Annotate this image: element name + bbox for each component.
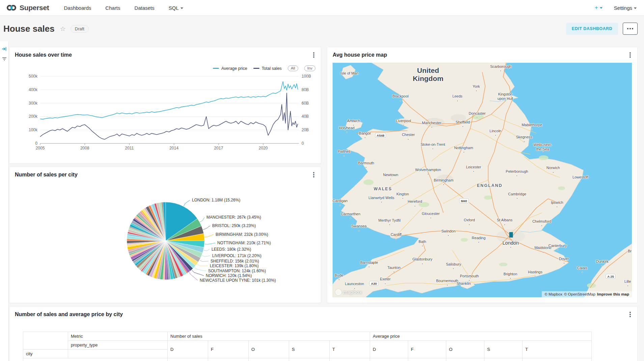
property-type-col-header: O	[446, 341, 484, 358]
map-city-dot	[422, 245, 423, 247]
nav-item-datasets[interactable]: Datasets	[135, 5, 155, 11]
pie-label-line	[192, 270, 204, 276]
value-cell: 202k	[408, 358, 446, 361]
y-axis-right-label: 20B	[302, 128, 309, 132]
y-axis-right-label: 80B	[302, 87, 309, 92]
pie-label: NEWCASTLE UPON TYNE: 101k (1.30%)	[200, 278, 276, 283]
nav-item-sql[interactable]: SQL	[169, 5, 183, 11]
osm-attribution[interactable]: © OpenStreetMap	[564, 292, 595, 296]
value-cell: 26	[249, 358, 289, 361]
mapbox-logo[interactable]: mapbox	[335, 289, 362, 295]
map-city-dot	[448, 235, 449, 236]
pie-label-line	[189, 272, 198, 280]
y-axis-right-label: 100B	[302, 74, 311, 79]
property-type-col-header: F	[408, 341, 446, 358]
map-geography	[333, 63, 632, 297]
map-city-dot	[541, 225, 542, 226]
map-attribution: © Mapbox © OpenStreetMap Improve this ma…	[542, 291, 632, 297]
status-badge: Draft	[71, 25, 89, 33]
chart-card-sales-avg-price-table: Number of sales and average price by cit…	[9, 306, 638, 361]
edit-dashboard-button[interactable]: EDIT DASHBOARD	[566, 23, 618, 35]
map-city-dot	[402, 198, 403, 199]
map-city-dot	[353, 124, 354, 126]
pie-label-line	[184, 200, 190, 206]
pie-label-line	[202, 255, 210, 256]
series-line-average-price[interactable]	[40, 82, 298, 119]
map-city-dot	[364, 137, 366, 138]
map-city-dot	[510, 247, 511, 248]
map-city-dot	[427, 173, 429, 175]
pie-label-line	[204, 234, 214, 237]
mapbox-attribution[interactable]: © Mapbox	[544, 292, 562, 296]
value-cell: 379k	[484, 358, 523, 361]
map-city-dot	[495, 135, 496, 136]
improve-map-link[interactable]: Improve this map	[597, 292, 629, 296]
map-city-dot	[601, 265, 603, 267]
map-data-marker-london[interactable]	[509, 232, 513, 238]
line-chart-canvas[interactable]: 00100k20B200k40B300k60B400k80B500k100B20…	[9, 47, 321, 164]
pie-label: LIVERPOOL: 171k (2.20%)	[212, 253, 261, 258]
chart-menu-kebab-icon[interactable]	[628, 311, 633, 317]
pie-label: LONDON: 1.18M (15.26%)	[192, 198, 240, 202]
brand-name: Superset	[20, 4, 49, 12]
map-city-dot	[524, 141, 525, 142]
settings-menu[interactable]: Settings	[614, 5, 637, 11]
pie-label: NOTTINGHAM: 210k (2.71%)	[217, 241, 271, 245]
map-city-dot	[395, 239, 397, 240]
pie-chart-canvas[interactable]: LONDON: 1.18M (15.26%)MANCHESTER: 267k (…	[9, 167, 321, 303]
superset-infinity-icon	[6, 3, 17, 13]
pie-label-line	[204, 249, 209, 251]
x-axis-label: 2020	[259, 146, 268, 150]
favorite-star-icon[interactable]: ☆	[60, 25, 66, 33]
chart-card-house-sales-over-time: House sales over time Average priceTotal…	[9, 47, 321, 164]
nav-item-dashboards[interactable]: Dashboards	[64, 5, 91, 11]
map-city-dot	[457, 100, 458, 102]
pie-label: LEICESTER: 139k (1.80%)	[210, 263, 259, 268]
map-city-dot	[582, 272, 583, 273]
mapbox-map[interactable]: United KingdomIsle of ManScarboroughYork…	[333, 63, 632, 297]
y-axis-right-label: 40B	[302, 114, 309, 119]
pie-label: BRISTOL: 250k (3.23%)	[212, 223, 256, 228]
caret-down-icon	[634, 7, 637, 9]
empty-header-cell	[68, 350, 168, 358]
chart-title: Number of sales and average price by cit…	[15, 311, 123, 317]
map-city-dot	[469, 224, 470, 225]
series-line-total-sales[interactable]	[40, 93, 298, 139]
chart-title: Avg house price map	[333, 52, 387, 58]
map-city-dot	[473, 171, 474, 172]
map-city-dot	[462, 126, 464, 127]
nav-item-charts[interactable]: Charts	[105, 5, 120, 11]
chart-menu-kebab-icon[interactable]	[628, 52, 633, 58]
value-cell: 841	[289, 358, 330, 361]
property-type-col-header: T	[523, 341, 592, 358]
new-item-menu[interactable]: +	[595, 4, 603, 11]
y-axis-right-label: 60B	[302, 101, 309, 106]
x-axis-label: 2005	[36, 146, 45, 150]
map-city-dot	[580, 181, 581, 182]
dashboard-more-button[interactable]	[623, 23, 638, 35]
y-axis-left-label: 200k	[29, 114, 38, 119]
caret-down-icon	[600, 7, 603, 9]
map-city-dot	[354, 288, 355, 289]
chart-card-avg-house-price-map: Avg house price map	[327, 47, 638, 303]
property-type-col-header: T	[330, 341, 370, 358]
map-city-dot	[504, 224, 505, 225]
map-city-dot	[346, 132, 347, 133]
map-city-dot	[408, 139, 409, 140]
metric-group-header: Average price	[370, 332, 592, 341]
map-city-dot	[463, 287, 465, 288]
expand-filter-bar-icon[interactable]	[2, 46, 7, 52]
x-axis-label: 2008	[80, 146, 89, 150]
superset-logo[interactable]: Superset	[6, 3, 49, 13]
map-city-dot	[350, 218, 351, 219]
road-badge-a25: A 25	[606, 274, 616, 279]
map-city-dot	[516, 198, 518, 199]
pie-label-line	[203, 226, 210, 229]
filter-icon[interactable]	[2, 56, 7, 62]
city-header: city	[23, 350, 68, 358]
property-type-header: property_type	[68, 341, 168, 350]
map-city-dot	[531, 129, 533, 130]
value-cell: 635	[208, 358, 249, 361]
map-city-dot	[556, 206, 558, 207]
map-city-dot	[368, 266, 370, 268]
